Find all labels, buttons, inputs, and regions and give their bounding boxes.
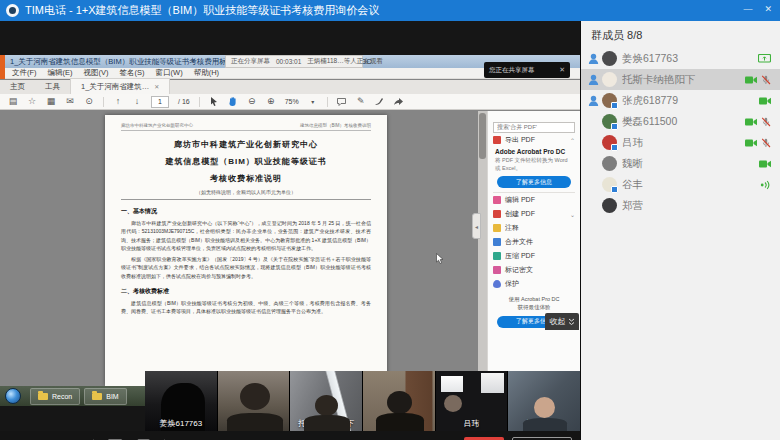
doc-title-line1: 廊坊市中科建筑产业化创新研究中心 [121,139,371,150]
member-row[interactable]: 张虎618779 [581,90,780,111]
sharing-tooltip-text: 您正在共享屏幕 [489,66,535,75]
member-row[interactable]: 吕玮 [581,132,780,153]
tool-edit-pdf[interactable]: 编辑 PDF [493,193,575,207]
windows-start-button[interactable] [5,388,21,404]
tools-search-input[interactable] [493,122,575,133]
tool-compress-pdf[interactable]: 压缩 PDF [493,249,575,263]
video-name-label: 樊磊611… [508,418,580,429]
tab-document-label: 1_关于河南省建筑… [81,82,149,92]
speaker-person-icon [588,74,599,85]
member-row[interactable]: 魏晰 [581,153,780,174]
tool-redact[interactable]: 标记密文 [493,263,575,277]
fill-sign-icon[interactable] [375,97,385,106]
avatar [602,114,617,129]
doc-subtitle: （如无特殊说明，金额均以人民币元为单位） [121,189,371,200]
tab-document[interactable]: 1_关于河南省建筑… ✕ [70,78,170,94]
video-thumbnail[interactable]: 吕玮 [436,371,508,431]
video-name-label: 托斯卡纳艳阳下 [290,418,362,429]
scrollbar-thumb[interactable] [479,113,486,159]
member-row[interactable]: 樊磊611500 [581,111,780,132]
window-titlebar[interactable]: TIM电话 - 1+X建筑信息模型（BIM）职业技能等级证书考核费用询价会议 —… [0,0,780,21]
tab-tools[interactable]: 工具 [35,79,70,94]
chevron-up-icon[interactable]: ⌃ [570,137,575,144]
send-icon[interactable] [394,98,404,106]
video-thumbnail[interactable]: 托斯卡纳艳阳下 [290,371,362,431]
avatar [602,198,617,213]
close-icon[interactable]: ✕ [764,4,772,14]
zoom-in-icon[interactable]: ⊕ [266,97,276,106]
star-icon[interactable]: ☆ [27,97,37,106]
document-scrollbar[interactable] [478,111,487,386]
member-row[interactable]: 郑营 [581,195,780,216]
chevron-down-icon[interactable]: ⌄ [570,211,575,218]
acrobat-tools-panel: 导出 PDF ⌃ Adobe Acrobat Pro DC 将 PDF 文件轻松… [487,111,580,386]
end-call-button[interactable]: 结束通话 [512,437,572,440]
exit-button[interactable]: 退出 [464,437,504,440]
sharing-tooltip: 您正在共享屏幕 ✕ [484,62,570,78]
video-thumbnail[interactable]: 姜焕617763 [145,371,217,431]
page-up-icon[interactable]: ↑ [113,97,123,106]
tooltip-close-icon[interactable]: ✕ [559,66,565,74]
menu-edit[interactable]: 编辑(E) [48,68,73,78]
edit-pdf-icon [493,196,501,204]
page-number-input[interactable]: 1 [151,96,169,108]
video-thumbnail-strip: 姜焕617763 张虎618779 托斯卡纳艳阳下 魏晰 吕玮 樊磊611… [145,371,580,431]
collapse-label: 收起 [550,316,566,327]
menu-help[interactable]: 帮助(H) [194,68,219,78]
member-camera-icon [759,97,771,105]
pencil-icon[interactable]: ✎ [356,97,366,106]
tool-export-pdf[interactable]: 导出 PDF ⌃ [493,133,575,147]
menu-sign[interactable]: 签名(S) [120,68,145,78]
tool-comment[interactable]: 注释 [493,221,575,235]
learn-more-button[interactable]: 了解更多信息 [497,176,571,188]
menu-view[interactable]: 视图(V) [84,68,109,78]
select-tool-icon[interactable] [209,97,219,106]
member-list-header: 群成员 8/8 [581,21,780,48]
tool-create-pdf[interactable]: 创建 PDF ⌄ [493,207,575,221]
video-thumbnail[interactable]: 魏晰 [363,371,435,431]
zoom-caret-icon[interactable]: ▾ [308,99,318,105]
avatar [602,51,617,66]
taskbar-folder-recon[interactable]: Recon [30,388,80,405]
member-row[interactable]: 谷丰 [581,174,780,195]
document-viewport[interactable]: 廊坊市中科建筑产业化创新研究中心 建筑信息模型（BIM）考核收费说明 廊坊市中科… [0,111,478,386]
comment-tool-icon [493,224,501,232]
shared-screen-area: 1_关于河南省建筑信息模型（BIM）职业技能等级证书考核费用标准议价询价.pdf… [0,21,580,440]
taskbar-folder-bim[interactable]: BIM [84,388,126,405]
menu-window[interactable]: 窗口(W) [156,68,183,78]
menu-file[interactable]: 文件(F) [12,68,37,78]
page-header-right: 建筑信息模型（BIM）考核收费说明 [300,123,371,128]
toolbar-divider [103,97,104,107]
redact-icon [493,266,501,274]
hand-tool-icon[interactable] [228,97,238,106]
member-audio-active-icon [760,180,771,190]
collapse-panel-button[interactable]: 收起 [545,313,579,330]
tab-close-icon[interactable]: ✕ [154,83,159,90]
member-row-selected[interactable]: 托斯卡纳艳阳下 [581,69,780,90]
tool-combine-files[interactable]: 合并文件 [493,235,575,249]
tim-call-window: TIM电话 - 1+X建筑信息模型（BIM）职业技能等级证书考核费用询价会议 —… [0,0,780,440]
print-icon[interactable]: ▦ [46,97,56,106]
tool-label: 标记密文 [505,265,533,275]
tool-label: 保护 [505,279,519,289]
mail-icon[interactable]: ✉ [65,97,75,106]
member-row[interactable]: 姜焕617763 [581,48,780,69]
tool-protect[interactable]: 保护 [493,277,575,291]
minimize-icon[interactable]: — [743,4,752,14]
comment-icon[interactable] [337,98,347,106]
tim-app-icon [6,4,19,17]
doc-paragraph: 根据《国家职业教育改革实施方案》（国发〔2019〕4 号）及《关于在院校实施“学… [121,255,371,280]
member-camera-icon [745,139,757,147]
page-down-icon[interactable]: ↓ [132,97,142,106]
member-name: 张虎618779 [622,94,759,108]
video-thumbnail[interactable]: 张虎618779 [218,371,290,431]
save-icon[interactable]: ▤ [8,97,18,106]
tab-home[interactable]: 主页 [0,79,35,94]
video-thumbnail[interactable]: 樊磊611… [508,371,580,431]
notification-edge-strip [0,55,5,79]
search-icon[interactable]: ⊙ [84,97,94,106]
panel-collapse-handle[interactable]: ◂ [472,213,481,239]
zoom-out-icon[interactable]: ⊖ [247,97,257,106]
zoom-level-select[interactable]: 75% [285,98,299,105]
window-title: TIM电话 - 1+X建筑信息模型（BIM）职业技能等级证书考核费用询价会议 [25,3,379,18]
